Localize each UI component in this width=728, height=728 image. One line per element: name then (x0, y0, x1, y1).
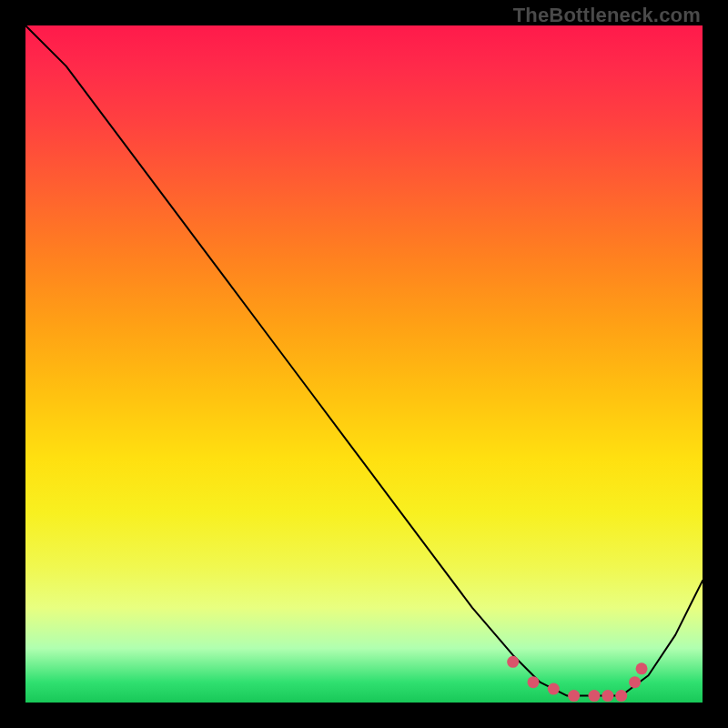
marker-dot (507, 656, 519, 668)
marker-dot (528, 676, 540, 688)
marker-dot (602, 690, 613, 702)
marker-dot (615, 690, 627, 702)
curve-line (25, 25, 703, 696)
marker-dot (588, 690, 600, 702)
marker-dot (629, 676, 641, 688)
highlight-markers (507, 656, 647, 702)
marker-dot (636, 662, 648, 674)
watermark-text: TheBottleneck.com (513, 4, 701, 27)
marker-dot (568, 690, 580, 702)
chart-frame: TheBottleneck.com (0, 0, 728, 728)
marker-dot (548, 683, 560, 695)
plot-area (25, 25, 703, 703)
chart-svg (25, 25, 703, 703)
